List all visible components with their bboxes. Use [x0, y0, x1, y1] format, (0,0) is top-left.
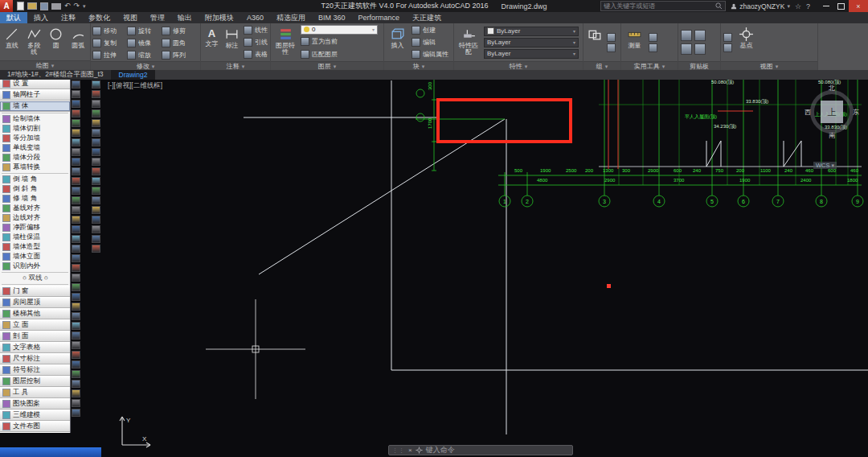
viewcube-top-face[interactable]: 上	[821, 101, 843, 123]
application-menu-button[interactable]: A	[0, 0, 13, 12]
match-properties-button[interactable]: 特性匹配	[457, 25, 481, 56]
match-layer-button[interactable]: 匹配图层	[301, 48, 378, 60]
toolbar-a-icon-32[interactable]	[72, 380, 80, 388]
toolbar-a-icon-11[interactable]	[72, 177, 80, 185]
toolbar-b-icon-3[interactable]	[92, 100, 100, 108]
create-block-button[interactable]: 创建	[411, 25, 448, 35]
palette-item-倒 斜 角[interactable]: 倒 斜 角	[0, 184, 70, 194]
toolbar-b-icon-10[interactable]	[92, 167, 100, 175]
palette-item-墙体造型[interactable]: 墙体造型	[0, 242, 70, 252]
dimension-button[interactable]: 标注	[223, 25, 240, 49]
modify-镜像-button[interactable]: 镜像	[127, 37, 162, 48]
favorites-star-icon[interactable]: ☆	[795, 2, 801, 10]
leader-button[interactable]: 引线	[244, 37, 268, 47]
search-icon[interactable]	[715, 2, 723, 10]
toolbar-a-icon-1[interactable]	[72, 80, 80, 89]
file-tab-1#地块-1#、2#楼组合平面图_t3[interactable]: 1#地块-1#、2#楼组合平面图_t3	[0, 70, 112, 80]
command-customize-icon[interactable]	[416, 447, 423, 454]
ribbon-tab-参数化[interactable]: 参数化	[82, 12, 117, 23]
make-current-button[interactable]: 置为当前	[301, 36, 378, 47]
paste-special-icon[interactable]	[694, 43, 706, 55]
toolbar-b-icon-2[interactable]	[92, 90, 100, 98]
toolbar-a-icon-33[interactable]	[72, 389, 80, 397]
new-file-icon[interactable]	[17, 2, 24, 10]
palette-item-倒 墙 角[interactable]: 倒 墙 角	[0, 175, 70, 184]
measure-button[interactable]: 测量	[624, 25, 645, 49]
toolbar-a-icon-22[interactable]	[72, 283, 80, 291]
ribbon-tab-天正建筑[interactable]: 天正建筑	[406, 12, 448, 23]
minimize-button[interactable]	[818, 0, 833, 12]
viewcube-south-label[interactable]: 南	[829, 131, 835, 140]
toolbar-b-icon-4[interactable]	[92, 109, 100, 117]
windows-taskbar-fragment[interactable]	[0, 447, 101, 457]
toolbar-a-icon-3[interactable]	[72, 100, 80, 108]
toolbar-a-icon-4[interactable]	[72, 109, 80, 117]
ungroup-icon[interactable]	[607, 43, 616, 52]
search-input[interactable]: 键入关键字或短语	[600, 1, 726, 11]
palette-item-图块图案[interactable]: 图块图案	[0, 398, 70, 410]
properties-dropdown-0[interactable]: ByLayer▾	[484, 27, 579, 36]
toolbar-a-icon-34[interactable]	[72, 399, 80, 407]
toolbar-a-icon-7[interactable]	[72, 138, 80, 146]
toolbar-a-icon-6[interactable]	[72, 129, 80, 137]
palette-item-修 墙 角[interactable]: 修 墙 角	[0, 194, 70, 204]
modify-拉伸-button[interactable]: 拉伸	[92, 49, 127, 60]
command-close-icon[interactable]: ×	[408, 447, 412, 454]
copy-clip-icon[interactable]	[694, 30, 706, 41]
wcs-dropdown[interactable]: WCS ▾	[813, 162, 837, 169]
modify-阵列-button[interactable]: 阵列	[162, 49, 196, 60]
toolbar-a-icon-18[interactable]	[72, 245, 80, 253]
viewcube-north-label[interactable]: 北	[829, 84, 835, 93]
cut-icon[interactable]	[681, 43, 692, 55]
palette-item-幕墙转换[interactable]: 幕墙转换	[0, 163, 70, 172]
toolbar-b-icon-17[interactable]	[92, 235, 100, 243]
close-button[interactable]: ×	[849, 0, 868, 12]
circle-button[interactable]: 圆	[47, 25, 66, 49]
palette-item-绘制墙体[interactable]: 绘制墙体	[0, 114, 70, 124]
toolbar-a-icon-9[interactable]	[72, 158, 80, 166]
quick-calc-icon[interactable]	[649, 43, 657, 52]
palette-item-墙 体[interactable]: 墙 体	[0, 101, 70, 112]
modify-复制-button[interactable]: 复制	[92, 37, 127, 48]
properties-dropdown-1[interactable]: ByLayer▾	[484, 38, 579, 47]
help-icon[interactable]: ?	[806, 2, 810, 10]
print-icon[interactable]	[51, 3, 61, 10]
group-edit-icon[interactable]	[607, 33, 616, 42]
toolbar-a-icon-29[interactable]	[72, 351, 80, 359]
toolbar-a-icon-10[interactable]	[72, 167, 80, 175]
ribbon-tab-BIM 360[interactable]: BIM 360	[312, 12, 352, 23]
toolbar-b-icon-6[interactable]	[92, 129, 100, 137]
linear-dimension-button[interactable]: 线性	[244, 25, 268, 35]
toolbar-a-icon-16[interactable]	[72, 225, 80, 233]
toolbar-a-icon-31[interactable]	[72, 370, 80, 378]
palette-item-○ 双线 ○[interactable]: ○ 双线 ○	[0, 274, 70, 283]
ribbon-tab-插入[interactable]: 插入	[27, 12, 55, 23]
panel-title-draw[interactable]: 绘图▾	[0, 60, 90, 70]
toolbar-a-icon-17[interactable]	[72, 235, 80, 243]
navigation-icon[interactable]	[723, 33, 732, 42]
toolbar-a-icon-24[interactable]	[72, 303, 80, 311]
viewport-icon[interactable]	[723, 43, 732, 52]
ribbon-tab-注释[interactable]: 注释	[55, 12, 82, 23]
palette-item-门 窗[interactable]: 门 窗	[0, 286, 70, 297]
table-button[interactable]: 表格	[244, 49, 268, 60]
toolbar-a-icon-25[interactable]	[72, 312, 80, 320]
line-button[interactable]: 直线	[2, 25, 22, 49]
toolbar-b-icon-8[interactable]	[92, 148, 100, 156]
palette-item-净距偏移[interactable]: 净距偏移	[0, 223, 70, 233]
palette-item-文字表格[interactable]: 文字表格	[0, 342, 70, 353]
toolbar-a-icon-26[interactable]	[72, 322, 80, 330]
palette-item-符号标注[interactable]: 符号标注	[0, 364, 70, 376]
quick-select-icon[interactable]	[649, 33, 657, 42]
polyline-button[interactable]: 多段线	[25, 25, 44, 56]
drawing-canvas[interactable]	[0, 80, 868, 457]
base-point-button[interactable]: 基点	[735, 25, 757, 49]
palette-item-墙体切割[interactable]: 墙体切割	[0, 124, 70, 134]
layer-properties-button[interactable]: 图层特性	[273, 25, 297, 56]
command-grip-icon[interactable]: ⋮⋮	[392, 447, 405, 454]
palette-item-其 它[interactable]: 其 它	[0, 432, 70, 433]
toolbar-a-icon-30[interactable]	[72, 360, 80, 368]
palette-item-三维建模[interactable]: 三维建模	[0, 410, 70, 421]
toolbar-a-icon-20[interactable]	[72, 264, 80, 272]
toolbar-a-icon-2[interactable]	[72, 90, 80, 98]
